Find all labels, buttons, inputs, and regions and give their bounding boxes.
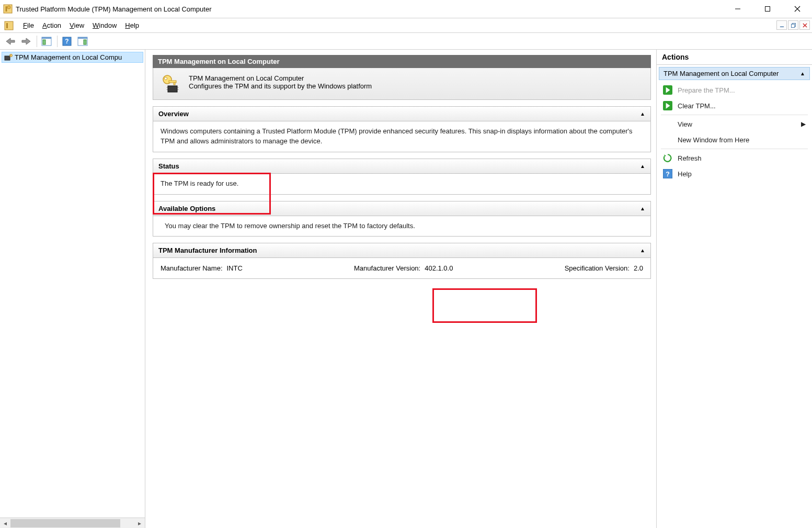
svg-rect-33: [177, 89, 178, 90]
actions-group-label: TPM Management on Local Computer: [664, 70, 779, 77]
mdi-minimize-button[interactable]: [776, 20, 787, 30]
collapse-icon: ▲: [640, 163, 645, 169]
scroll-track[interactable]: [10, 518, 134, 529]
action-label: Clear TPM...: [678, 102, 716, 110]
svg-text:?: ?: [65, 38, 68, 45]
intro-title: TPM Management on Local Computer: [189, 74, 372, 82]
tree-item-label: TPM Management on Local Compu: [15, 53, 122, 61]
mfr-version-label: Manufacturer Version:: [354, 264, 420, 272]
window-controls: [723, 0, 812, 18]
svg-rect-32: [177, 87, 178, 88]
window-title: Trusted Platform Module (TPM) Management…: [16, 5, 723, 13]
content-header: TPM Management on Local Computer: [153, 55, 651, 68]
minimize-button[interactable]: [723, 0, 752, 18]
action-new-window[interactable]: New Window from Here: [657, 132, 812, 148]
content-intro: TPM Management on Local Computer Configu…: [153, 68, 651, 100]
options-body: You may clear the TPM to remove ownershi…: [153, 216, 650, 237]
tree-horizontal-scrollbar[interactable]: ◂ ▸: [0, 518, 145, 528]
help-button[interactable]: ?: [60, 35, 74, 48]
svg-rect-21: [84, 40, 86, 44]
collapse-icon: ▲: [640, 206, 645, 211]
menubar: File Action View Window Help: [0, 18, 812, 33]
show-hide-tree-button[interactable]: [39, 35, 54, 48]
blank-icon: [663, 119, 672, 129]
action-refresh[interactable]: Refresh: [657, 150, 812, 166]
status-header[interactable]: Status ▲: [153, 159, 650, 174]
options-panel: Available Options ▲ You may clear the TP…: [153, 201, 651, 237]
mmc-icon: [4, 21, 14, 30]
options-header[interactable]: Available Options ▲: [153, 201, 650, 216]
titlebar: Trusted Platform Module (TPM) Management…: [0, 0, 812, 18]
action-label: View: [678, 120, 692, 128]
arrow-right-green-icon: [663, 101, 672, 110]
help-icon: ?: [663, 169, 672, 178]
close-button[interactable]: [783, 0, 812, 18]
svg-text:?: ?: [666, 171, 670, 178]
svg-rect-30: [167, 87, 168, 88]
mdi-close-button[interactable]: [799, 20, 810, 30]
arrow-right-green-icon: [663, 85, 672, 95]
svg-rect-8: [6, 23, 8, 28]
scroll-left-button[interactable]: ◂: [0, 518, 10, 529]
annotation-box-spec: [432, 288, 537, 323]
key-chip-icon: [161, 74, 179, 93]
spec-version-value: 2.0: [634, 264, 643, 272]
svg-rect-22: [5, 56, 10, 60]
action-help[interactable]: ? Help: [657, 166, 812, 182]
app-icon: [3, 4, 13, 14]
tree-pane: TPM Management on Local Compu ◂ ▸: [0, 50, 145, 528]
manufacturer-header[interactable]: TPM Manufacturer Information ▲: [153, 243, 650, 258]
overview-panel: Overview ▲ Windows computers containing …: [153, 106, 651, 152]
action-label: Refresh: [678, 154, 702, 162]
action-view[interactable]: View ▶: [657, 116, 812, 132]
scroll-right-button[interactable]: ▸: [134, 518, 145, 529]
mfr-version-value: 402.1.0.0: [425, 264, 453, 272]
chip-key-icon: [4, 54, 13, 61]
submenu-arrow-icon: ▶: [801, 120, 806, 128]
svg-rect-24: [9, 55, 11, 55]
forward-button[interactable]: [19, 35, 33, 48]
actions-group-header[interactable]: TPM Management on Local Computer ▲: [659, 67, 810, 80]
mfr-name-value: INTC: [227, 264, 243, 272]
toolbar-separator: [37, 36, 37, 47]
toolbar-separator: [57, 36, 58, 47]
toolbar: ?: [0, 33, 812, 50]
tree: TPM Management on Local Compu: [0, 50, 145, 518]
maximize-button[interactable]: [753, 0, 782, 18]
spec-version-label: Specification Version:: [565, 264, 630, 272]
show-hide-action-pane-button[interactable]: [75, 35, 90, 48]
tree-item-tpm-management[interactable]: TPM Management on Local Compu: [2, 52, 143, 63]
manufacturer-body: Manufacturer Name: INTC Manufacturer Ver…: [153, 258, 650, 278]
svg-rect-15: [42, 37, 51, 39]
svg-rect-4: [765, 7, 770, 12]
svg-rect-20: [78, 37, 87, 39]
svg-rect-27: [169, 81, 176, 83]
menu-help[interactable]: Help: [121, 19, 143, 31]
svg-rect-29: [168, 86, 177, 92]
svg-point-26: [165, 77, 167, 80]
svg-rect-7: [5, 21, 13, 30]
overview-header[interactable]: Overview ▲: [153, 107, 650, 121]
svg-rect-16: [43, 40, 45, 44]
mfr-name-label: Manufacturer Name:: [161, 264, 223, 272]
action-label: Help: [678, 170, 692, 178]
menu-window[interactable]: Window: [88, 19, 121, 31]
intro-desc: Configures the TPM and its support by th…: [189, 82, 372, 90]
collapse-icon: ▲: [800, 71, 805, 76]
menu-file[interactable]: File: [19, 19, 38, 31]
mdi-restore-button[interactable]: [788, 20, 798, 30]
menu-view[interactable]: View: [65, 19, 88, 31]
back-button[interactable]: [3, 35, 18, 48]
options-title: Available Options: [158, 205, 215, 212]
action-clear-tpm[interactable]: Clear TPM...: [657, 98, 812, 114]
scroll-thumb[interactable]: [10, 519, 120, 527]
action-separator: [661, 115, 808, 115]
manufacturer-panel: TPM Manufacturer Information ▲ Manufactu…: [153, 243, 651, 279]
status-body: The TPM is ready for use.: [153, 174, 650, 194]
menu-action[interactable]: Action: [38, 19, 65, 31]
action-label: New Window from Here: [678, 136, 749, 144]
action-prepare-tpm[interactable]: Prepare the TPM...: [657, 82, 812, 98]
svg-rect-1: [6, 6, 7, 12]
content-pane: TPM Management on Local Computer TPM Man…: [145, 50, 657, 528]
svg-rect-31: [167, 89, 168, 90]
